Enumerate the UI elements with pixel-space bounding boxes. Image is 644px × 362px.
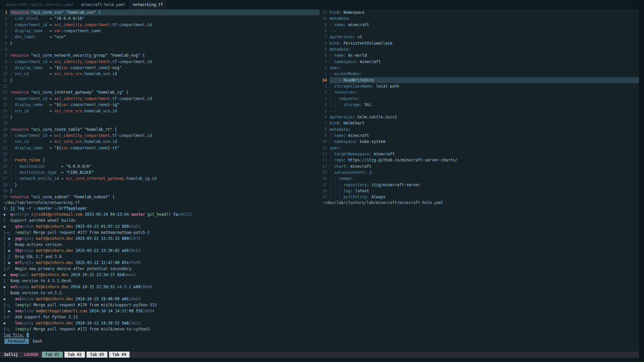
line-number: 18 <box>0 120 10 126</box>
code-line[interactable]: 2│ resources: <box>319 89 639 95</box>
token: Merge pull request #172 from misl6/move-… <box>31 327 150 331</box>
code-line[interactable]: 14│ compartment_id = oci_identity_compar… <box>0 96 319 102</box>
code-line[interactable]: 9│ name: minecraft <box>319 133 639 139</box>
buffer-tab-networking.tf[interactable]: networking.tf <box>129 0 166 9</box>
zellij-tab-tab-#4[interactable]: Tab #4 <box>109 352 130 358</box>
code-line[interactable]: 17} <box>0 114 319 120</box>
token: = <box>29 139 54 144</box>
code-line[interactable]: 1│ cidr_block = "10.0.0.0/16" <box>0 15 319 21</box>
code-line[interactable]: 9│ display_name = "${var.compartment_nam… <box>0 65 319 71</box>
left-editor-code[interactable]: 1resource "oci_core_vcn" "homelab_vcn" {… <box>0 9 319 200</box>
line-content: resource "oci_core_vcn" "homelab_vcn" { <box>10 9 319 15</box>
code-line[interactable]: 20│ compartment_id = oci_identity_compar… <box>0 133 319 139</box>
code-line[interactable]: 10metadata: <box>319 15 639 21</box>
code-line[interactable]: 23│ <box>0 151 319 157</box>
code-line[interactable]: 16│ │ image: <box>319 175 639 182</box>
code-line[interactable]: 1│ accessModes: <box>319 71 639 77</box>
code-line[interactable]: 13resource "oci_core_internet_gateway" "… <box>0 89 319 95</box>
code-line[interactable]: 8metadata: <box>319 126 639 133</box>
code-line[interactable]: 7apiVersion: v1 <box>319 34 639 40</box>
code-line[interactable]: 22│ display_name = "${var.compartment_na… <box>0 145 319 151</box>
token: .tf-compartment.id <box>110 59 152 64</box>
token: route_rules <box>15 158 40 162</box>
code-line[interactable]: 25│ │ destination = "0.0.0.0/0" <box>0 163 319 169</box>
right-editor-code[interactable]: 11kind: Namespace10metadata:9│ name: min… <box>319 9 639 200</box>
terminal-mode-chip[interactable]: Terminal <box>4 339 29 344</box>
code-line[interactable]: 18│ │ │ tag: latest <box>319 188 639 194</box>
code-line[interactable]: 19│ │ │ pullPolicy: Always <box>319 194 639 200</box>
code-line[interactable]: 11kind: Namespace <box>319 9 639 15</box>
code-line[interactable]: 15│ display_name = "${var.compartment_na… <box>0 102 319 108</box>
code-line[interactable]: 2spec: <box>319 65 639 71</box>
token: : <box>364 170 369 175</box>
code-line[interactable]: 10│ vcn_id = oci_core_vcn.homelab_vcn.id <box>0 71 319 77</box>
token: minecraft <box>350 164 371 169</box>
code-line[interactable]: 3│ │ requests: <box>319 96 639 102</box>
code-line[interactable]: 17│ │ │ repository: itzg/minecraft-serve… <box>319 182 639 188</box>
code-line[interactable]: 18 <box>0 120 319 126</box>
code-line[interactable]: 19resource "oci_core_route_table" "homel… <box>0 126 319 133</box>
code-line[interactable]: 5--- <box>319 108 639 114</box>
line-number: 23 <box>0 151 10 157</box>
zellij-tab-tab-#1[interactable]: Tab #1 <box>42 352 63 358</box>
code-line[interactable]: 6apiVersion: helm.cattle.io/v1 <box>319 114 639 120</box>
code-line[interactable]: 4│ │ │ storage: 5Gi <box>319 102 639 108</box>
code-line[interactable]: 11} <box>0 77 319 83</box>
code-line[interactable]: 16│ vcn_id = oci_core_vcn.homelab_vcn.id <box>0 108 319 114</box>
token: "10.0.0.0/16" <box>54 16 85 21</box>
code-line[interactable]: 29} <box>0 188 319 194</box>
code-line[interactable]: 6kind: PersistentVolumeClaim <box>319 40 639 46</box>
code-line[interactable]: 13│ repo: https://itzg.github.io/minecra… <box>319 157 639 163</box>
code-line[interactable]: 4│ dns_label = "vcn" <box>0 34 319 40</box>
buffer-tab-minecraft-restic-secrets.yaml[interactable]: minecraft-restic-secrets.yaml <box>3 0 78 9</box>
code-line[interactable]: 24│ route_rules { <box>0 157 319 163</box>
zellij-tab-tab-#2[interactable]: Tab #2 <box>64 352 85 358</box>
token: "homelab_vcn" <box>66 10 96 15</box>
code-line[interactable]: 15│ valuesContent: |- <box>319 169 639 175</box>
buffer-tab-minecraft-helm.yaml[interactable]: minecraft-helm.yaml <box>78 0 129 9</box>
code-line[interactable]: 9│ name: minecraft <box>319 22 639 28</box>
code-line[interactable]: 14│ chart: minecraft <box>319 163 639 169</box>
code-line[interactable]: 12│ targetNamespace: minecraft <box>319 151 639 157</box>
terminal-pane[interactable]: 1: jj log -r ::master ~/d/ffpyplayer◆ qm… <box>0 205 639 338</box>
token: : <box>355 90 357 95</box>
code-line[interactable]: 1│ storageClassName: local-path <box>319 83 639 89</box>
shell-label[interactable]: bash <box>33 339 42 344</box>
line-number: 12 <box>0 83 10 89</box>
code-line[interactable]: 11spec: <box>319 145 639 151</box>
line-content: metadata: <box>330 15 639 21</box>
zellij-tab-tab-#3[interactable]: Tab #3 <box>87 352 107 358</box>
token: matt@einhorn.dev <box>31 272 68 277</box>
code-line[interactable]: 3│ display_name = var.compartment_name <box>0 28 319 34</box>
code-line[interactable]: 7resource "oci_core_network_security_gro… <box>0 52 319 58</box>
token: "oci_core_internet_gateway" <box>31 90 94 95</box>
code-line[interactable]: 4│ name: mc-world <box>319 52 639 58</box>
code-line[interactable]: 7kind: HelmChart <box>319 120 639 126</box>
code-line[interactable]: 27│ │ network_entity_id = oci_core_inter… <box>0 175 319 182</box>
code-line[interactable]: 6 <box>0 46 319 52</box>
code-line[interactable]: 5metadata: <box>319 46 639 52</box>
line-number: 27 <box>0 175 10 182</box>
token: metadata <box>330 47 348 52</box>
code-line[interactable]: 8│ compartment_id = oci_identity_compart… <box>0 59 319 65</box>
code-line[interactable]: 28│ } <box>0 182 319 188</box>
token <box>73 321 76 325</box>
token: = <box>47 96 54 101</box>
code-line[interactable]: 8--- <box>319 28 639 34</box>
code-line[interactable]: 26│ │ destination_type = "CIDR_BLOCK" <box>0 169 319 175</box>
token <box>10 242 15 247</box>
code-line[interactable]: 30resource "oci_core_subnet" "homelab_su… <box>0 194 319 200</box>
token <box>34 236 36 241</box>
code-line[interactable]: 21│ vcn_id = oci_core_vcn.homelab_vcn.id <box>0 139 319 145</box>
code-line[interactable]: 12 <box>0 83 319 89</box>
line-content: metadata: <box>330 46 639 52</box>
code-line[interactable]: 5} <box>0 40 319 46</box>
code-line[interactable]: 3│ namespace: minecraft <box>319 59 639 65</box>
terminal-command-line: 1: jj log -r ::master ~/d/ffpyplayer <box>3 205 639 211</box>
code-line[interactable]: 10│ namespace: kube-system <box>319 139 639 145</box>
token: ├─╮ <box>3 303 10 307</box>
code-line-current[interactable]: 1resource "oci_core_vcn" "homelab_vcn" { <box>0 9 319 15</box>
code-line[interactable]: 2│ compartment_id = oci_identity_compart… <box>0 22 319 28</box>
token: ◆ <box>8 236 10 241</box>
code-line-current[interactable]: 14│ │ - ReadWriteOnce <box>319 77 639 83</box>
